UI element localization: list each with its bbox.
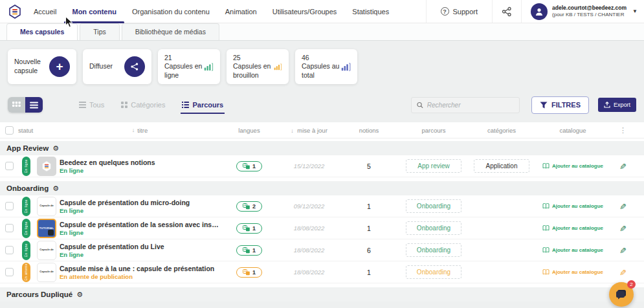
add-to-catalogue-link[interactable]: Ajouter au catalogue bbox=[542, 203, 603, 209]
column-catalogue[interactable]: catalogue bbox=[534, 127, 612, 134]
book-icon bbox=[542, 247, 550, 253]
filter-mode-categories[interactable]: Catégories bbox=[121, 101, 165, 109]
nav-item-accueil[interactable]: Accueil bbox=[34, 0, 56, 23]
grid-view-button[interactable] bbox=[8, 97, 25, 113]
capsule-thumbnail[interactable]: TUTORIAL bbox=[37, 219, 56, 238]
languages-badge[interactable]: A 1 bbox=[236, 223, 262, 234]
filter-mode-tous[interactable]: Tous bbox=[79, 101, 104, 109]
languages-badge[interactable]: A 1 bbox=[236, 245, 262, 256]
select-all-checkbox[interactable] bbox=[5, 126, 14, 135]
table-row[interactable]: En ligne Beedeez en quelques notions En … bbox=[0, 155, 644, 177]
account-menu[interactable]: adele.courtot@beedeez.com (pour KB / TES… bbox=[522, 0, 644, 23]
support-label: Support bbox=[453, 8, 478, 16]
stat-count: 21 bbox=[164, 54, 204, 63]
parcours-tag[interactable]: App review bbox=[406, 159, 461, 173]
stat-count: 46 bbox=[302, 54, 341, 63]
table-row[interactable]: En ligne Capsule deprésentation Capsule … bbox=[0, 239, 644, 261]
parcours-tag[interactable]: Onboarding bbox=[406, 243, 461, 257]
capsule-title[interactable]: Capsule de présentation de la session av… bbox=[60, 221, 220, 228]
row-checkbox[interactable] bbox=[5, 268, 14, 276]
edit-pencil-icon[interactable]: ✎ bbox=[619, 224, 627, 234]
share-network-button[interactable] bbox=[493, 0, 521, 23]
capsule-title[interactable]: Capsule de présentation du micro-doing bbox=[60, 199, 220, 206]
nav-item-statistiques[interactable]: Statistiques bbox=[352, 0, 389, 23]
add-to-catalogue-link[interactable]: Ajouter au catalogue bbox=[542, 269, 603, 275]
capsule-thumbnail[interactable]: Capsule deprésentation bbox=[37, 263, 56, 282]
capsule-title[interactable]: Beedeez en quelques notions bbox=[60, 159, 220, 166]
edit-pencil-icon[interactable]: ✎ bbox=[619, 268, 627, 278]
capsule-status: En ligne bbox=[60, 229, 220, 236]
edit-pencil-icon[interactable]: ✎ bbox=[619, 202, 627, 212]
column-langues[interactable]: langues bbox=[220, 127, 278, 134]
column-titre[interactable]: ↓ titre bbox=[60, 127, 220, 134]
tab-mes-capsules[interactable]: Mes capsules bbox=[6, 23, 78, 40]
gear-icon[interactable]: ⚙ bbox=[52, 184, 59, 193]
translate-icon: A bbox=[243, 269, 250, 276]
column-parcours[interactable]: parcours bbox=[398, 127, 469, 134]
parcours-tag[interactable]: Onboarding bbox=[406, 265, 461, 279]
share-icon[interactable] bbox=[124, 56, 145, 77]
tab-bibliotheque[interactable]: Bibliothèque de médias bbox=[122, 23, 219, 40]
languages-badge[interactable]: A 1 bbox=[236, 161, 262, 171]
book-icon bbox=[542, 225, 550, 231]
gear-icon[interactable]: ⚙ bbox=[52, 144, 59, 153]
notions-count: 1 bbox=[340, 203, 398, 210]
column-menu-kebab-icon[interactable]: ⋮ bbox=[619, 126, 627, 134]
plus-icon[interactable]: + bbox=[49, 56, 70, 77]
parcours-tag[interactable]: Onboarding bbox=[406, 199, 461, 213]
nav-item-mon-contenu[interactable]: Mon contenu bbox=[72, 0, 116, 23]
column-mise-a-jour[interactable]: ↓ mise à jour bbox=[278, 127, 340, 134]
languages-badge[interactable]: A 1 bbox=[236, 267, 262, 278]
tab-tips[interactable]: Tips bbox=[80, 23, 119, 40]
filter-row: Tous Catégories Parcours bbox=[8, 96, 636, 114]
list-view-button[interactable] bbox=[25, 97, 43, 113]
capsule-thumbnail[interactable]: Capsule deprésentation bbox=[37, 241, 56, 260]
capsule-thumbnail[interactable] bbox=[37, 157, 56, 176]
add-to-catalogue-link[interactable]: Ajouter au catalogue bbox=[542, 163, 603, 169]
edit-pencil-icon[interactable]: ✎ bbox=[619, 246, 627, 256]
sort-icon: ↓ bbox=[291, 127, 294, 134]
content-tabs: Mes capsules Tips Bibliothèque de médias bbox=[0, 23, 644, 41]
diffuser-card[interactable]: Diffuser bbox=[83, 49, 151, 84]
gear-icon[interactable]: ⚙ bbox=[76, 291, 83, 299]
chat-notification-badge: 2 bbox=[627, 280, 636, 289]
export-button[interactable]: Export bbox=[598, 98, 636, 112]
capsule-title[interactable]: Capsule mise à la une : capsule de prése… bbox=[60, 265, 220, 272]
table-row[interactable]: En ligne TUTORIAL Capsule de présentatio… bbox=[0, 217, 644, 239]
add-to-catalogue-link[interactable]: Ajouter au catalogue bbox=[542, 247, 603, 253]
category-tag[interactable]: Application bbox=[474, 159, 529, 173]
add-to-catalogue-link[interactable]: Ajouter au catalogue bbox=[542, 225, 603, 231]
table-header: statut ↓ titre langues ↓ mise à jour not… bbox=[0, 122, 644, 138]
languages-badge[interactable]: A 2 bbox=[236, 201, 262, 212]
chat-widget-button[interactable]: 2 bbox=[609, 282, 634, 307]
grid-icon bbox=[12, 102, 21, 109]
parcours-tag[interactable]: Onboarding bbox=[406, 221, 461, 235]
column-notions[interactable]: notions bbox=[340, 127, 398, 134]
diffuser-label: Diffuser bbox=[89, 62, 113, 71]
table-row[interactable]: En attente Capsule deprésentation Capsul… bbox=[0, 261, 644, 283]
beedeez-logo-icon[interactable] bbox=[8, 5, 22, 19]
view-toggle bbox=[8, 97, 43, 113]
table-row[interactable]: En ligne Capsule deprésentation Capsule … bbox=[0, 195, 644, 217]
account-email: adele.courtot@beedeez.com bbox=[552, 5, 627, 12]
filter-mode-parcours[interactable]: Parcours bbox=[182, 101, 223, 109]
column-categories[interactable]: catégories bbox=[469, 127, 534, 134]
row-checkbox[interactable] bbox=[5, 246, 14, 254]
nav-item-animation[interactable]: Animation bbox=[225, 0, 257, 23]
nav-item-utilisateurs[interactable]: Utilisateurs/Groupes bbox=[272, 0, 337, 23]
filter-mode-label: Catégories bbox=[131, 101, 165, 109]
search-input[interactable] bbox=[427, 102, 514, 109]
column-statut[interactable]: statut bbox=[18, 127, 60, 134]
row-checkbox[interactable] bbox=[5, 202, 14, 210]
row-checkbox[interactable] bbox=[5, 162, 14, 170]
topbar: Accueil Mon contenu Organisation du cont… bbox=[0, 0, 644, 23]
nav-item-organisation[interactable]: Organisation du contenu bbox=[132, 0, 210, 23]
filtres-button[interactable]: FILTRES bbox=[531, 96, 589, 114]
edit-pencil-icon[interactable]: ✎ bbox=[619, 162, 627, 171]
new-capsule-card[interactable]: Nouvelle capsule + bbox=[8, 49, 76, 84]
capsule-thumbnail[interactable]: Capsule deprésentation bbox=[37, 197, 56, 216]
capsule-title[interactable]: Capsule de présentation du Live bbox=[60, 243, 220, 250]
support-button[interactable]: ? Support bbox=[427, 0, 493, 23]
group-header-app-review: App Review ⚙ bbox=[0, 141, 644, 155]
row-checkbox[interactable] bbox=[5, 224, 14, 232]
